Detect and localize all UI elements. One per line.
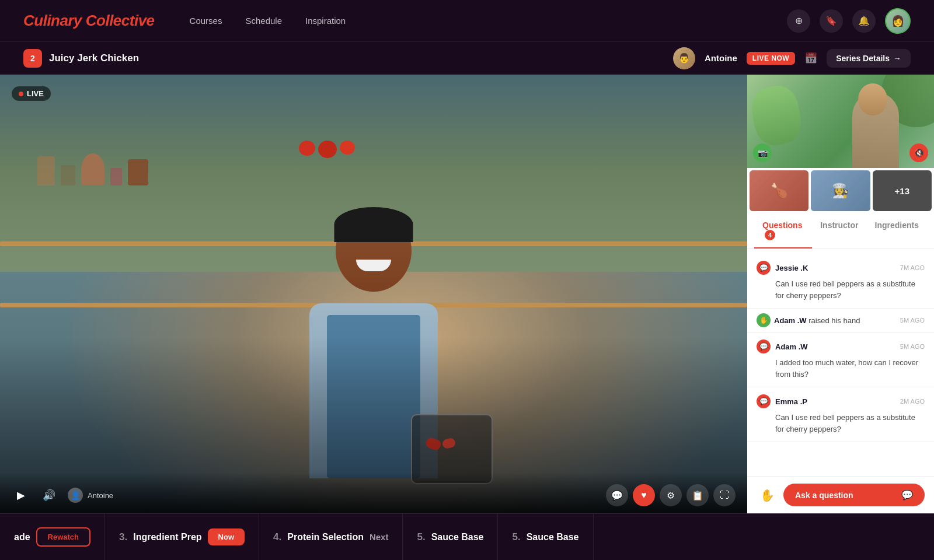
question-time: 7M AGO	[900, 264, 925, 271]
question-time: 5M AGO	[900, 343, 925, 350]
instructor-ctrl-avatar: 👤	[68, 488, 83, 503]
raise-hand-button[interactable]: ✋	[757, 485, 778, 506]
sidebar-thumbnails: 🍗 👩‍🍳 +13	[747, 168, 934, 214]
play-button[interactable]: ▶	[12, 486, 30, 505]
tab-questions[interactable]: Questions 4	[754, 214, 812, 249]
hand-raised-item: ✋ Adam .W raised his hand 5M AGO	[747, 309, 934, 332]
arrow-right-icon: →	[893, 54, 901, 63]
thumb-more[interactable]: +13	[873, 170, 932, 211]
strip-item-5a[interactable]: 5. Sauce Base	[403, 514, 498, 560]
tab-ingredients-label: Ingredients	[875, 220, 919, 230]
volume-button[interactable]: 🔊	[40, 486, 58, 505]
tab-instructor[interactable]: Instructor	[812, 214, 866, 249]
question-item: 💬 Emma .P 2M AGO Can I use red bell pepp…	[747, 387, 934, 442]
strip-item-3[interactable]: 3. Ingredient Prep Now	[105, 514, 259, 560]
ask-bar: ✋ Ask a question 💬	[747, 476, 934, 513]
question-text: I added too much water, how can I recove…	[757, 357, 925, 380]
ask-question-button[interactable]: Ask a question 💬	[783, 484, 925, 506]
hand-time: 5M AGO	[900, 317, 925, 324]
video-player: LIVE ▶ 🔊 👤 Antoine 💬 ♥ ⚙ 📋 ⛶	[0, 75, 747, 513]
question-name: Jessie .K	[775, 264, 808, 272]
nav-links: Courses Schedule Inspiration	[190, 16, 787, 26]
strip-num-5b: 5.	[512, 531, 520, 543]
strip-num-5a: 5.	[417, 531, 425, 543]
live-text: LIVE	[27, 89, 44, 98]
question-avatar: 💬	[757, 340, 771, 354]
questions-list: 💬 Jessie .K 7M AGO Can I use red bell pe…	[747, 249, 934, 476]
instructor-label: 👤 Antoine	[68, 488, 113, 503]
notes-button[interactable]: 📋	[686, 484, 709, 506]
question-header: 💬 Emma .P 2M AGO	[757, 394, 925, 408]
question-text: Can I use red bell peppers as a substitu…	[757, 278, 925, 301]
strip-num-4: 4.	[273, 531, 281, 543]
nav-schedule[interactable]: Schedule	[245, 16, 282, 26]
fullscreen-button[interactable]: ⛶	[713, 484, 736, 506]
nav-courses[interactable]: Courses	[190, 16, 222, 26]
question-avatar: 💬	[757, 261, 771, 275]
sidebar: 📷 🔇 🍗 👩‍🍳 +13 Questions 4 Instructor Ing	[747, 75, 934, 513]
navbar: Culinary Collective Courses Schedule Ins…	[0, 0, 934, 42]
strip-partial-title: ade	[14, 532, 30, 542]
strip-item-4[interactable]: 4. Protein Selection Next	[259, 514, 403, 560]
episode-badge: 2	[23, 49, 42, 68]
sidebar-tabs: Questions 4 Instructor Ingredients	[747, 214, 934, 249]
question-text: Can I use red bell peppers as a substitu…	[757, 412, 925, 435]
search-icon[interactable]: ⊕	[787, 9, 810, 33]
hand-avatar: ✋	[757, 313, 771, 327]
question-name: Adam .W	[775, 342, 808, 351]
tab-ingredients[interactable]: Ingredients	[867, 214, 927, 249]
live-badge: LIVE NOW	[747, 52, 795, 65]
question-avatar: 💬	[757, 394, 771, 408]
ctrl-right: 💬 ♥ ⚙ 📋 ⛶	[606, 484, 736, 506]
video-scene	[0, 75, 747, 513]
strip-item-ade: ade Rewatch	[0, 514, 105, 560]
breadcrumb-bar: 2 Juicy Jerk Chicken 👨 Antoine LIVE NOW …	[0, 42, 934, 75]
strip-title-5a: Sauce Base	[431, 532, 484, 542]
main-content: LIVE ▶ 🔊 👤 Antoine 💬 ♥ ⚙ 📋 ⛶	[0, 75, 934, 513]
heart-button[interactable]: ♥	[633, 484, 655, 506]
rewatch-button[interactable]: Rewatch	[36, 527, 90, 547]
calendar-icon[interactable]: 📅	[804, 52, 817, 65]
sidebar-preview-bg	[747, 75, 934, 168]
video-controls: ▶ 🔊 👤 Antoine 💬 ♥ ⚙ 📋 ⛶	[0, 473, 747, 513]
tab-questions-label: Questions	[762, 220, 802, 230]
nav-inspiration[interactable]: Inspiration	[305, 16, 346, 26]
thumb-2[interactable]: 👩‍🍳	[811, 170, 870, 211]
sidebar-mute-button[interactable]: 🔇	[909, 144, 928, 162]
user-avatar[interactable]: 👩	[885, 8, 911, 34]
sidebar-cam-button[interactable]: 📷	[753, 144, 772, 162]
bookmark-icon[interactable]: 🔖	[820, 9, 843, 33]
breadcrumb-right: 👨 Antoine LIVE NOW 📅 Series Details →	[673, 47, 911, 69]
ask-question-label: Ask a question	[795, 491, 853, 500]
tab-questions-badge: 4	[765, 230, 775, 240]
strip-num-3: 3.	[119, 531, 127, 543]
instructor-avatar: 👨	[673, 47, 695, 69]
strip-title-4: Protein Selection	[287, 532, 364, 542]
strip-title-5b: Sauce Base	[527, 532, 579, 542]
thumb-1[interactable]: 🍗	[750, 170, 808, 211]
sidebar-preview: 📷 🔇	[747, 75, 934, 168]
ask-chat-icon: 💬	[901, 489, 913, 501]
chat-button[interactable]: 💬	[606, 484, 628, 506]
episode-title: Juicy Jerk Chicken	[49, 52, 673, 64]
question-header: 💬 Jessie .K 7M AGO	[757, 261, 925, 275]
series-details-button[interactable]: Series Details →	[827, 49, 911, 68]
tab-instructor-label: Instructor	[820, 220, 858, 230]
now-button[interactable]: Now	[208, 528, 245, 545]
strip-item-5b[interactable]: 5. Sauce Base	[498, 514, 593, 560]
question-header: 💬 Adam .W 5M AGO	[757, 340, 925, 354]
notification-icon[interactable]: 🔔	[852, 9, 876, 33]
bottom-strip: ade Rewatch 3. Ingredient Prep Now 4. Pr…	[0, 513, 934, 560]
question-item: 💬 Adam .W 5M AGO I added too much water,…	[747, 332, 934, 387]
question-name: Emma .P	[775, 397, 807, 406]
series-details-label: Series Details	[836, 54, 890, 63]
strip-title-3: Ingredient Prep	[133, 532, 201, 542]
question-item: 💬 Jessie .K 7M AGO Can I use red bell pe…	[747, 254, 934, 309]
live-dot	[19, 92, 23, 96]
brand-logo[interactable]: Culinary Collective	[23, 12, 155, 30]
hand-text: Adam .W raised his hand	[774, 316, 860, 325]
live-indicator: LIVE	[12, 86, 51, 101]
question-time: 2M AGO	[900, 398, 925, 405]
settings-button[interactable]: ⚙	[660, 484, 682, 506]
next-label: Next	[370, 532, 389, 542]
